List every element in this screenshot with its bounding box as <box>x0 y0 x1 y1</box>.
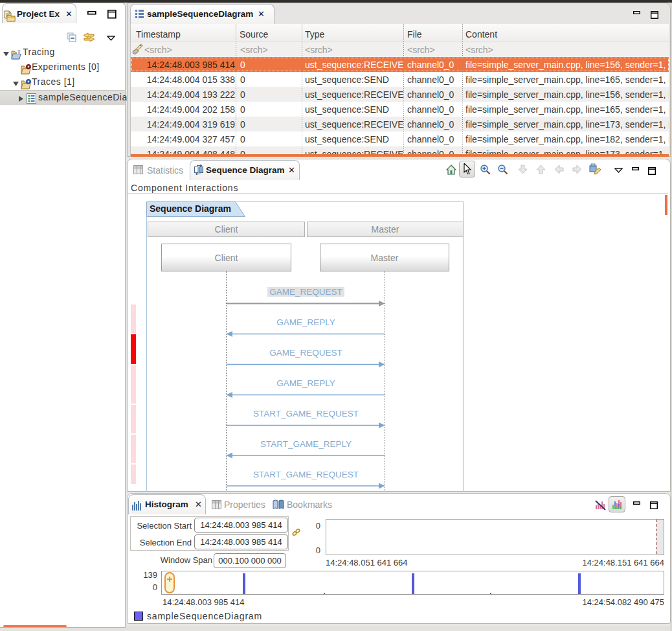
svg-text:T: T <box>17 49 21 55</box>
